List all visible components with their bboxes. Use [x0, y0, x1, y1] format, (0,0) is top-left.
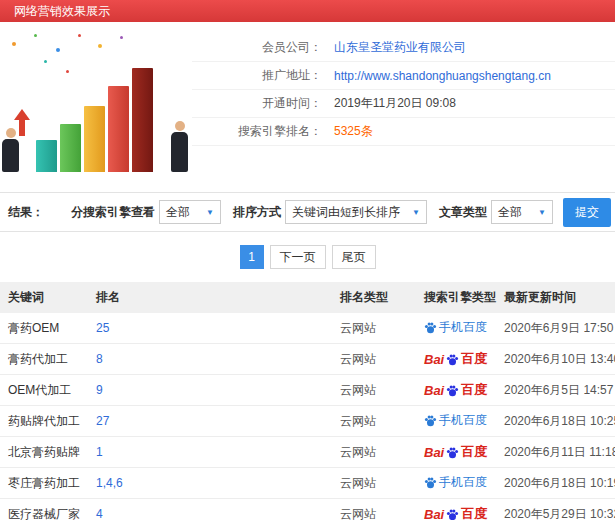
- info-fields: 会员公司： 山东皇圣堂药业有限公司 推广地址： http://www.shand…: [192, 34, 615, 182]
- mobile-paw-icon: [424, 476, 437, 489]
- open-time-value: 2019年11月20日 09:08: [334, 95, 456, 112]
- page-last-button[interactable]: 尾页: [332, 245, 376, 269]
- rank-cell[interactable]: 9: [88, 375, 332, 406]
- keyword-cell[interactable]: 北京膏药贴牌: [0, 437, 88, 468]
- sort-filter-label: 排序方式: [233, 204, 281, 221]
- table-row: 北京膏药贴牌 1 云网站 Bai 百度 手机百度 2020年6月11日 11:1…: [0, 437, 615, 468]
- rank-count-row: 搜索引擎排名： 5325条: [192, 118, 615, 146]
- keyword-cell[interactable]: 医疗器械厂家: [0, 499, 88, 520]
- table-row: 药贴牌代加工 27 云网站 Bai 百度 手机百度 2020年6月18日 10:…: [0, 406, 615, 437]
- engine-cell: Bai 百度 手机百度: [416, 499, 496, 520]
- article-type-filter-group: 文章类型 全部 ▼: [439, 200, 553, 224]
- company-link[interactable]: 山东皇圣堂药业有限公司: [334, 39, 466, 56]
- baidu-logo: Bai 百度: [424, 443, 487, 461]
- updated-cell: 2020年6月11日 11:18: [496, 437, 615, 468]
- article-type-label: 文章类型: [439, 204, 487, 221]
- engine-cell: Bai 百度 手机百度: [416, 313, 496, 344]
- chevron-down-icon: ▼: [538, 208, 546, 217]
- filter-bar: 结果： 分搜索引擎查看 全部 ▼ 排序方式 关键词由短到长排序 ▼ 文章类型 全…: [0, 192, 615, 232]
- promo-url-row: 推广地址： http://www.shandonghuangshengtang.…: [192, 62, 615, 90]
- info-section: 会员公司： 山东皇圣堂药业有限公司 推广地址： http://www.shand…: [0, 22, 615, 184]
- rank-cell[interactable]: 1: [88, 437, 332, 468]
- rank-type-cell: 云网站: [332, 313, 416, 344]
- result-label: 结果：: [8, 204, 44, 221]
- page-title: 网络营销效果展示: [14, 3, 110, 20]
- rank-cell[interactable]: 25: [88, 313, 332, 344]
- rank-type-cell: 云网站: [332, 375, 416, 406]
- table-body: 膏药OEM 25 云网站 Bai 百度 手机百度 2020年6月9日 17:50: [0, 313, 615, 520]
- mobile-baidu-icon: 手机百度: [424, 474, 487, 491]
- table-row: 膏药代加工 8 云网站 Bai 百度 手机百度 2020年6月10日 13:40: [0, 344, 615, 375]
- rank-type-cell: 云网站: [332, 406, 416, 437]
- engine-cell: Bai 百度 手机百度: [416, 406, 496, 437]
- promo-url-link[interactable]: http://www.shandonghuangshengtang.cn: [334, 69, 551, 83]
- table-row: OEM代加工 9 云网站 Bai 百度 手机百度 2020年6月5日 14:57: [0, 375, 615, 406]
- baidu-logo: Bai 百度: [424, 381, 487, 399]
- chevron-down-icon: ▼: [412, 208, 420, 217]
- bar-chart-illustration: [0, 28, 192, 182]
- pagination: 1 下一页 尾页: [0, 232, 615, 282]
- rank-type-cell: 云网站: [332, 499, 416, 520]
- keyword-cell[interactable]: OEM代加工: [0, 375, 88, 406]
- rank-type-cell: 云网站: [332, 344, 416, 375]
- sort-filter-select[interactable]: 关键词由短到长排序 ▼: [285, 200, 427, 224]
- keyword-cell[interactable]: 枣庄膏药加工: [0, 468, 88, 499]
- col-rank: 排名: [88, 282, 332, 313]
- sort-filter-value: 关键词由短到长排序: [292, 204, 400, 221]
- mobile-baidu-icon: 手机百度: [424, 412, 487, 429]
- rank-type-cell: 云网站: [332, 468, 416, 499]
- sort-filter-group: 排序方式 关键词由短到长排序 ▼: [233, 200, 427, 224]
- table-row: 枣庄膏药加工 1,4,6 云网站 Bai 百度 手机百度 2020年6月18日 …: [0, 468, 615, 499]
- col-rank-type: 排名类型: [332, 282, 416, 313]
- businessman-figure: [2, 128, 19, 172]
- article-type-value: 全部: [498, 204, 522, 221]
- keyword-rank-table: 关键词 排名 排名类型 搜索引擎类型 最新更新时间 膏药OEM 25 云网站 B…: [0, 282, 615, 520]
- updated-cell: 2020年6月18日 10:19: [496, 468, 615, 499]
- rank-cell[interactable]: 1,4,6: [88, 468, 332, 499]
- chevron-down-icon: ▼: [206, 208, 214, 217]
- page-current[interactable]: 1: [240, 245, 264, 269]
- keyword-cell[interactable]: 药贴牌代加工: [0, 406, 88, 437]
- open-time-row: 开通时间： 2019年11月20日 09:08: [192, 90, 615, 118]
- engine-filter-select[interactable]: 全部 ▼: [159, 200, 221, 224]
- table-header-row: 关键词 排名 排名类型 搜索引擎类型 最新更新时间: [0, 282, 615, 313]
- mobile-baidu-icon: 手机百度: [424, 319, 487, 336]
- engine-filter-group: 分搜索引擎查看 全部 ▼: [71, 200, 221, 224]
- chart-bar: [84, 106, 105, 172]
- article-type-select[interactable]: 全部 ▼: [491, 200, 553, 224]
- chart-bar: [36, 140, 57, 172]
- baidu-paw-icon: [446, 353, 459, 366]
- rank-count-value: 5325条: [334, 123, 373, 140]
- col-keyword: 关键词: [0, 282, 88, 313]
- engine-filter-value: 全部: [166, 204, 190, 221]
- rank-type-cell: 云网站: [332, 437, 416, 468]
- app-header: 网络营销效果展示: [0, 0, 615, 22]
- keyword-cell[interactable]: 膏药OEM: [0, 313, 88, 344]
- updated-cell: 2020年6月10日 13:40: [496, 344, 615, 375]
- rank-count-label: 搜索引擎排名：: [192, 123, 322, 140]
- submit-button[interactable]: 提交: [563, 198, 611, 227]
- rank-cell[interactable]: 4: [88, 499, 332, 520]
- page-next-button[interactable]: 下一页: [270, 245, 326, 269]
- col-engine-type: 搜索引擎类型: [416, 282, 496, 313]
- baidu-paw-icon: [446, 384, 459, 397]
- engine-cell: Bai 百度 手机百度: [416, 375, 496, 406]
- company-label: 会员公司：: [192, 39, 322, 56]
- col-updated: 最新更新时间: [496, 282, 615, 313]
- promo-url-label: 推广地址：: [192, 67, 322, 84]
- engine-cell: Bai 百度 手机百度: [416, 468, 496, 499]
- updated-cell: 2020年6月9日 17:50: [496, 313, 615, 344]
- company-row: 会员公司： 山东皇圣堂药业有限公司: [192, 34, 615, 62]
- chart-bar: [60, 124, 81, 172]
- updated-cell: 2020年5月29日 10:32: [496, 499, 615, 520]
- engine-cell: Bai 百度 手机百度: [416, 437, 496, 468]
- chart-bar: [132, 68, 153, 172]
- chart-bar: [108, 86, 129, 172]
- baidu-logo: Bai 百度: [424, 350, 487, 368]
- rank-cell[interactable]: 27: [88, 406, 332, 437]
- rank-cell[interactable]: 8: [88, 344, 332, 375]
- baidu-paw-icon: [446, 446, 459, 459]
- updated-cell: 2020年6月18日 10:25: [496, 406, 615, 437]
- engine-filter-label: 分搜索引擎查看: [71, 204, 155, 221]
- keyword-cell[interactable]: 膏药代加工: [0, 344, 88, 375]
